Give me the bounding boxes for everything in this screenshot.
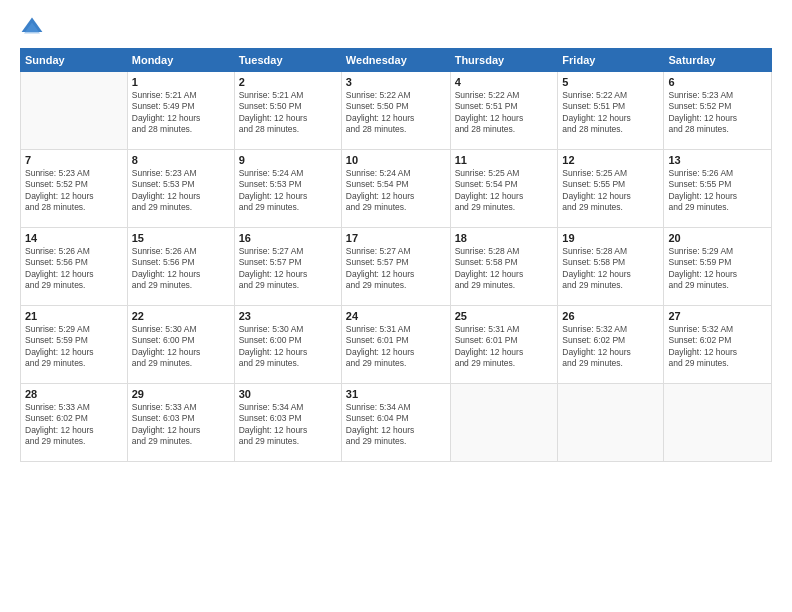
- day-number: 22: [132, 310, 230, 322]
- logo: [20, 16, 48, 40]
- calendar-body: 1Sunrise: 5:21 AM Sunset: 5:49 PM Daylig…: [21, 72, 772, 462]
- day-number: 4: [455, 76, 554, 88]
- calendar-cell: [664, 384, 772, 462]
- day-number: 20: [668, 232, 767, 244]
- calendar-cell: 1Sunrise: 5:21 AM Sunset: 5:49 PM Daylig…: [127, 72, 234, 150]
- day-number: 21: [25, 310, 123, 322]
- calendar-cell: 16Sunrise: 5:27 AM Sunset: 5:57 PM Dayli…: [234, 228, 341, 306]
- page-container: SundayMondayTuesdayWednesdayThursdayFrid…: [0, 0, 792, 612]
- calendar-cell: 23Sunrise: 5:30 AM Sunset: 6:00 PM Dayli…: [234, 306, 341, 384]
- calendar-cell: [450, 384, 558, 462]
- day-number: 17: [346, 232, 446, 244]
- day-number: 19: [562, 232, 659, 244]
- day-info: Sunrise: 5:34 AM Sunset: 6:04 PM Dayligh…: [346, 402, 446, 448]
- week-row-1: 1Sunrise: 5:21 AM Sunset: 5:49 PM Daylig…: [21, 72, 772, 150]
- weekday-row: SundayMondayTuesdayWednesdayThursdayFrid…: [21, 49, 772, 72]
- calendar-cell: 7Sunrise: 5:23 AM Sunset: 5:52 PM Daylig…: [21, 150, 128, 228]
- day-number: 3: [346, 76, 446, 88]
- calendar-cell: 20Sunrise: 5:29 AM Sunset: 5:59 PM Dayli…: [664, 228, 772, 306]
- weekday-header-wednesday: Wednesday: [341, 49, 450, 72]
- day-number: 1: [132, 76, 230, 88]
- calendar-cell: 24Sunrise: 5:31 AM Sunset: 6:01 PM Dayli…: [341, 306, 450, 384]
- day-number: 28: [25, 388, 123, 400]
- day-number: 7: [25, 154, 123, 166]
- weekday-header-monday: Monday: [127, 49, 234, 72]
- day-info: Sunrise: 5:27 AM Sunset: 5:57 PM Dayligh…: [239, 246, 337, 292]
- week-row-5: 28Sunrise: 5:33 AM Sunset: 6:02 PM Dayli…: [21, 384, 772, 462]
- calendar-cell: 2Sunrise: 5:21 AM Sunset: 5:50 PM Daylig…: [234, 72, 341, 150]
- day-info: Sunrise: 5:33 AM Sunset: 6:02 PM Dayligh…: [25, 402, 123, 448]
- calendar-cell: 30Sunrise: 5:34 AM Sunset: 6:03 PM Dayli…: [234, 384, 341, 462]
- calendar-cell: [21, 72, 128, 150]
- day-number: 16: [239, 232, 337, 244]
- day-info: Sunrise: 5:29 AM Sunset: 5:59 PM Dayligh…: [25, 324, 123, 370]
- day-info: Sunrise: 5:24 AM Sunset: 5:54 PM Dayligh…: [346, 168, 446, 214]
- day-number: 24: [346, 310, 446, 322]
- day-number: 18: [455, 232, 554, 244]
- weekday-header-thursday: Thursday: [450, 49, 558, 72]
- day-number: 10: [346, 154, 446, 166]
- day-number: 27: [668, 310, 767, 322]
- day-number: 13: [668, 154, 767, 166]
- day-info: Sunrise: 5:24 AM Sunset: 5:53 PM Dayligh…: [239, 168, 337, 214]
- calendar-cell: 19Sunrise: 5:28 AM Sunset: 5:58 PM Dayli…: [558, 228, 664, 306]
- day-number: 14: [25, 232, 123, 244]
- day-number: 26: [562, 310, 659, 322]
- day-info: Sunrise: 5:30 AM Sunset: 6:00 PM Dayligh…: [132, 324, 230, 370]
- day-info: Sunrise: 5:26 AM Sunset: 5:55 PM Dayligh…: [668, 168, 767, 214]
- weekday-header-tuesday: Tuesday: [234, 49, 341, 72]
- day-number: 31: [346, 388, 446, 400]
- calendar-cell: 17Sunrise: 5:27 AM Sunset: 5:57 PM Dayli…: [341, 228, 450, 306]
- calendar-cell: 18Sunrise: 5:28 AM Sunset: 5:58 PM Dayli…: [450, 228, 558, 306]
- day-info: Sunrise: 5:30 AM Sunset: 6:00 PM Dayligh…: [239, 324, 337, 370]
- week-row-2: 7Sunrise: 5:23 AM Sunset: 5:52 PM Daylig…: [21, 150, 772, 228]
- calendar-cell: 13Sunrise: 5:26 AM Sunset: 5:55 PM Dayli…: [664, 150, 772, 228]
- calendar-cell: 14Sunrise: 5:26 AM Sunset: 5:56 PM Dayli…: [21, 228, 128, 306]
- day-number: 8: [132, 154, 230, 166]
- day-info: Sunrise: 5:31 AM Sunset: 6:01 PM Dayligh…: [346, 324, 446, 370]
- week-row-4: 21Sunrise: 5:29 AM Sunset: 5:59 PM Dayli…: [21, 306, 772, 384]
- calendar-cell: 28Sunrise: 5:33 AM Sunset: 6:02 PM Dayli…: [21, 384, 128, 462]
- calendar-cell: 6Sunrise: 5:23 AM Sunset: 5:52 PM Daylig…: [664, 72, 772, 150]
- day-info: Sunrise: 5:25 AM Sunset: 5:54 PM Dayligh…: [455, 168, 554, 214]
- calendar: SundayMondayTuesdayWednesdayThursdayFrid…: [20, 48, 772, 462]
- day-info: Sunrise: 5:22 AM Sunset: 5:50 PM Dayligh…: [346, 90, 446, 136]
- day-number: 25: [455, 310, 554, 322]
- day-number: 15: [132, 232, 230, 244]
- day-info: Sunrise: 5:21 AM Sunset: 5:50 PM Dayligh…: [239, 90, 337, 136]
- calendar-cell: 15Sunrise: 5:26 AM Sunset: 5:56 PM Dayli…: [127, 228, 234, 306]
- day-number: 11: [455, 154, 554, 166]
- day-number: 9: [239, 154, 337, 166]
- day-info: Sunrise: 5:25 AM Sunset: 5:55 PM Dayligh…: [562, 168, 659, 214]
- day-info: Sunrise: 5:22 AM Sunset: 5:51 PM Dayligh…: [562, 90, 659, 136]
- calendar-cell: 11Sunrise: 5:25 AM Sunset: 5:54 PM Dayli…: [450, 150, 558, 228]
- calendar-cell: 21Sunrise: 5:29 AM Sunset: 5:59 PM Dayli…: [21, 306, 128, 384]
- day-info: Sunrise: 5:29 AM Sunset: 5:59 PM Dayligh…: [668, 246, 767, 292]
- header: [20, 16, 772, 40]
- calendar-cell: 31Sunrise: 5:34 AM Sunset: 6:04 PM Dayli…: [341, 384, 450, 462]
- calendar-cell: 25Sunrise: 5:31 AM Sunset: 6:01 PM Dayli…: [450, 306, 558, 384]
- day-info: Sunrise: 5:21 AM Sunset: 5:49 PM Dayligh…: [132, 90, 230, 136]
- calendar-cell: 8Sunrise: 5:23 AM Sunset: 5:53 PM Daylig…: [127, 150, 234, 228]
- calendar-cell: 26Sunrise: 5:32 AM Sunset: 6:02 PM Dayli…: [558, 306, 664, 384]
- weekday-header-friday: Friday: [558, 49, 664, 72]
- calendar-cell: 22Sunrise: 5:30 AM Sunset: 6:00 PM Dayli…: [127, 306, 234, 384]
- logo-icon: [20, 16, 44, 40]
- day-number: 30: [239, 388, 337, 400]
- day-number: 6: [668, 76, 767, 88]
- day-info: Sunrise: 5:23 AM Sunset: 5:52 PM Dayligh…: [25, 168, 123, 214]
- calendar-cell: 4Sunrise: 5:22 AM Sunset: 5:51 PM Daylig…: [450, 72, 558, 150]
- calendar-cell: 29Sunrise: 5:33 AM Sunset: 6:03 PM Dayli…: [127, 384, 234, 462]
- day-info: Sunrise: 5:28 AM Sunset: 5:58 PM Dayligh…: [455, 246, 554, 292]
- day-info: Sunrise: 5:31 AM Sunset: 6:01 PM Dayligh…: [455, 324, 554, 370]
- day-info: Sunrise: 5:33 AM Sunset: 6:03 PM Dayligh…: [132, 402, 230, 448]
- day-number: 2: [239, 76, 337, 88]
- day-info: Sunrise: 5:32 AM Sunset: 6:02 PM Dayligh…: [562, 324, 659, 370]
- day-number: 29: [132, 388, 230, 400]
- weekday-header-sunday: Sunday: [21, 49, 128, 72]
- calendar-cell: 12Sunrise: 5:25 AM Sunset: 5:55 PM Dayli…: [558, 150, 664, 228]
- calendar-cell: [558, 384, 664, 462]
- day-info: Sunrise: 5:22 AM Sunset: 5:51 PM Dayligh…: [455, 90, 554, 136]
- day-info: Sunrise: 5:28 AM Sunset: 5:58 PM Dayligh…: [562, 246, 659, 292]
- calendar-cell: 9Sunrise: 5:24 AM Sunset: 5:53 PM Daylig…: [234, 150, 341, 228]
